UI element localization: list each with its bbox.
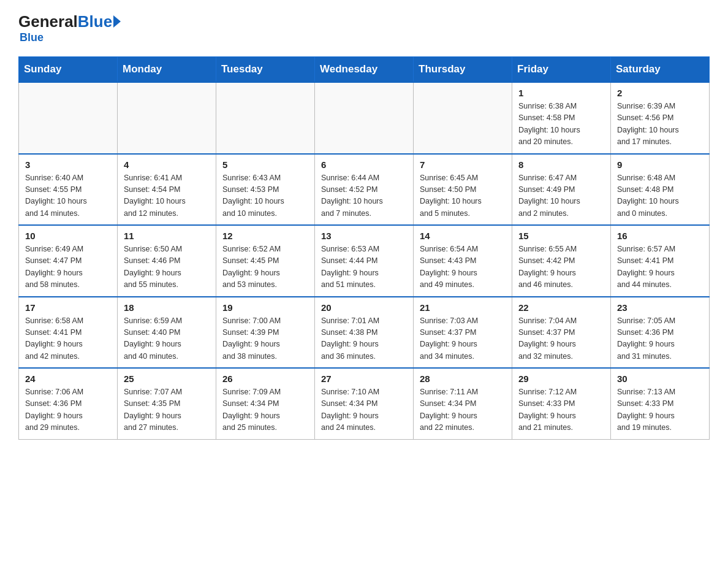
day-info: Sunrise: 7:11 AMSunset: 4:34 PMDaylight:… [420,386,506,434]
day-number: 6 [321,159,407,170]
day-info: Sunrise: 6:54 AMSunset: 4:43 PMDaylight:… [420,243,506,291]
calendar-cell: 20Sunrise: 7:01 AMSunset: 4:38 PMDayligh… [315,297,414,369]
day-info: Sunrise: 6:52 AMSunset: 4:45 PMDaylight:… [222,243,308,291]
day-number: 30 [617,373,703,384]
calendar-cell [19,82,118,154]
day-info: Sunrise: 7:04 AMSunset: 4:37 PMDaylight:… [518,315,604,363]
weekday-header-wednesday: Wednesday [315,57,414,83]
calendar-cell: 19Sunrise: 7:00 AMSunset: 4:39 PMDayligh… [216,297,315,369]
day-info: Sunrise: 7:05 AMSunset: 4:36 PMDaylight:… [617,315,703,363]
day-number: 16 [617,231,703,241]
day-info: Sunrise: 6:41 AMSunset: 4:54 PMDaylight:… [124,172,210,220]
day-number: 3 [25,159,111,170]
day-info: Sunrise: 6:44 AMSunset: 4:52 PMDaylight:… [321,172,407,220]
week-row-1: 1Sunrise: 6:38 AMSunset: 4:58 PMDaylight… [19,82,710,154]
calendar-cell: 8Sunrise: 6:47 AMSunset: 4:49 PMDaylight… [512,154,611,226]
day-number: 1 [518,88,604,98]
day-number: 10 [25,231,111,241]
day-info: Sunrise: 6:57 AMSunset: 4:41 PMDaylight:… [617,243,703,291]
day-info: Sunrise: 6:55 AMSunset: 4:42 PMDaylight:… [518,243,604,291]
calendar-cell: 6Sunrise: 6:44 AMSunset: 4:52 PMDaylight… [315,154,414,226]
calendar-cell [414,82,512,154]
day-number: 26 [222,373,308,384]
calendar-cell: 26Sunrise: 7:09 AMSunset: 4:34 PMDayligh… [216,368,315,439]
day-number: 5 [222,159,308,170]
day-info: Sunrise: 6:39 AMSunset: 4:56 PMDaylight:… [617,101,703,148]
day-number: 25 [124,373,210,384]
day-number: 29 [518,373,604,384]
day-number: 18 [124,302,210,313]
weekday-header-row: SundayMondayTuesdayWednesdayThursdayFrid… [19,57,710,83]
day-info: Sunrise: 6:53 AMSunset: 4:44 PMDaylight:… [321,243,407,291]
calendar-cell: 2Sunrise: 6:39 AMSunset: 4:56 PMDaylight… [611,82,710,154]
day-info: Sunrise: 6:45 AMSunset: 4:50 PMDaylight:… [420,172,506,220]
calendar-cell: 13Sunrise: 6:53 AMSunset: 4:44 PMDayligh… [315,225,414,297]
day-number: 4 [124,159,210,170]
weekday-header-sunday: Sunday [19,57,118,83]
weekday-header-monday: Monday [118,57,216,83]
logo-subtitle: Blue [20,31,44,44]
day-info: Sunrise: 7:07 AMSunset: 4:35 PMDaylight:… [124,386,210,434]
day-number: 17 [25,302,111,313]
day-info: Sunrise: 7:10 AMSunset: 4:34 PMDaylight:… [321,386,407,434]
day-number: 13 [321,231,407,241]
calendar-cell: 17Sunrise: 6:58 AMSunset: 4:41 PMDayligh… [19,297,118,369]
calendar-cell: 9Sunrise: 6:48 AMSunset: 4:48 PMDaylight… [611,154,710,226]
logo: General Blue Blue [18,12,121,44]
calendar-cell: 10Sunrise: 6:49 AMSunset: 4:47 PMDayligh… [19,225,118,297]
day-info: Sunrise: 7:03 AMSunset: 4:37 PMDaylight:… [420,315,506,363]
day-number: 14 [420,231,506,241]
calendar-cell: 25Sunrise: 7:07 AMSunset: 4:35 PMDayligh… [118,368,216,439]
weekday-header-saturday: Saturday [611,57,710,83]
weekday-header-tuesday: Tuesday [216,57,315,83]
calendar-cell: 1Sunrise: 6:38 AMSunset: 4:58 PMDaylight… [512,82,611,154]
calendar-cell: 30Sunrise: 7:13 AMSunset: 4:33 PMDayligh… [611,368,710,439]
calendar-cell: 5Sunrise: 6:43 AMSunset: 4:53 PMDaylight… [216,154,315,226]
day-info: Sunrise: 7:01 AMSunset: 4:38 PMDaylight:… [321,315,407,363]
calendar-cell: 12Sunrise: 6:52 AMSunset: 4:45 PMDayligh… [216,225,315,297]
weekday-header-thursday: Thursday [414,57,512,83]
logo-arrow-icon [113,15,121,28]
day-info: Sunrise: 6:43 AMSunset: 4:53 PMDaylight:… [222,172,308,220]
day-number: 15 [518,231,604,241]
day-info: Sunrise: 7:06 AMSunset: 4:36 PMDaylight:… [25,386,111,434]
week-row-2: 3Sunrise: 6:40 AMSunset: 4:55 PMDaylight… [19,154,710,226]
calendar-cell: 22Sunrise: 7:04 AMSunset: 4:37 PMDayligh… [512,297,611,369]
calendar-cell: 29Sunrise: 7:12 AMSunset: 4:33 PMDayligh… [512,368,611,439]
week-row-5: 24Sunrise: 7:06 AMSunset: 4:36 PMDayligh… [19,368,710,439]
calendar-cell: 28Sunrise: 7:11 AMSunset: 4:34 PMDayligh… [414,368,512,439]
day-info: Sunrise: 6:38 AMSunset: 4:58 PMDaylight:… [518,101,604,148]
day-info: Sunrise: 7:13 AMSunset: 4:33 PMDaylight:… [617,386,703,434]
day-info: Sunrise: 7:09 AMSunset: 4:34 PMDaylight:… [222,386,308,434]
day-info: Sunrise: 6:48 AMSunset: 4:48 PMDaylight:… [617,172,703,220]
day-number: 21 [420,302,506,313]
day-number: 11 [124,231,210,241]
day-number: 2 [617,88,703,98]
calendar-cell: 7Sunrise: 6:45 AMSunset: 4:50 PMDaylight… [414,154,512,226]
day-info: Sunrise: 6:58 AMSunset: 4:41 PMDaylight:… [25,315,111,363]
day-number: 24 [25,373,111,384]
day-number: 28 [420,373,506,384]
calendar-cell: 11Sunrise: 6:50 AMSunset: 4:46 PMDayligh… [118,225,216,297]
page-header: General Blue Blue [18,12,710,44]
day-number: 19 [222,302,308,313]
calendar-cell: 4Sunrise: 6:41 AMSunset: 4:54 PMDaylight… [118,154,216,226]
logo-blue-text: Blue [78,12,112,31]
calendar-table: SundayMondayTuesdayWednesdayThursdayFrid… [18,56,710,440]
day-number: 27 [321,373,407,384]
day-number: 22 [518,302,604,313]
weekday-header-friday: Friday [512,57,611,83]
day-number: 8 [518,159,604,170]
calendar-cell [118,82,216,154]
calendar-cell: 21Sunrise: 7:03 AMSunset: 4:37 PMDayligh… [414,297,512,369]
calendar-cell: 15Sunrise: 6:55 AMSunset: 4:42 PMDayligh… [512,225,611,297]
day-info: Sunrise: 6:59 AMSunset: 4:40 PMDaylight:… [124,315,210,363]
day-info: Sunrise: 7:12 AMSunset: 4:33 PMDaylight:… [518,386,604,434]
week-row-4: 17Sunrise: 6:58 AMSunset: 4:41 PMDayligh… [19,297,710,369]
calendar-cell: 24Sunrise: 7:06 AMSunset: 4:36 PMDayligh… [19,368,118,439]
day-info: Sunrise: 7:00 AMSunset: 4:39 PMDaylight:… [222,315,308,363]
day-number: 9 [617,159,703,170]
logo-general: General [18,12,78,31]
calendar-cell: 16Sunrise: 6:57 AMSunset: 4:41 PMDayligh… [611,225,710,297]
day-info: Sunrise: 6:47 AMSunset: 4:49 PMDaylight:… [518,172,604,220]
